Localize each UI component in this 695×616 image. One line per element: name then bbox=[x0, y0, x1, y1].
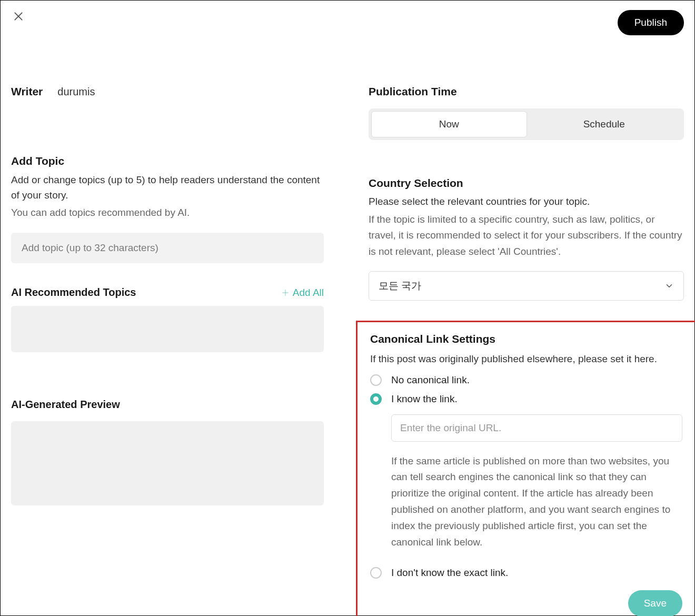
close-icon[interactable] bbox=[13, 11, 24, 22]
canonical-title: Canonical Link Settings bbox=[370, 333, 682, 345]
canonical-explain: If the same article is published on more… bbox=[391, 453, 682, 551]
radio-label-none: No canonical link. bbox=[391, 374, 470, 386]
schedule-button[interactable]: Schedule bbox=[527, 111, 682, 137]
topic-input[interactable] bbox=[11, 233, 324, 263]
plus-icon bbox=[281, 289, 290, 297]
publication-time-toggle: Now Schedule bbox=[369, 108, 684, 140]
now-button[interactable]: Now bbox=[371, 111, 527, 137]
publish-button[interactable]: Publish bbox=[618, 10, 684, 35]
ai-preview-title: AI-Generated Preview bbox=[11, 399, 324, 411]
add-all-label: Add All bbox=[293, 287, 324, 299]
radio-icon bbox=[370, 374, 382, 386]
country-desc2: If the topic is limited to a specific co… bbox=[369, 212, 684, 260]
radio-label-unknown: I don't know the exact link. bbox=[391, 567, 508, 579]
ai-preview-box bbox=[11, 421, 324, 505]
ai-recommended-title: AI Recommended Topics bbox=[11, 286, 136, 299]
country-selected-value: 모든 국가 bbox=[379, 279, 421, 293]
add-topic-desc: Add or change topics (up to 5) to help r… bbox=[11, 173, 324, 203]
ai-recommended-box bbox=[11, 306, 324, 352]
add-all-button[interactable]: Add All bbox=[281, 287, 324, 299]
radio-unknown-link[interactable]: I don't know the exact link. bbox=[370, 567, 682, 579]
radio-know-link[interactable]: I know the link. bbox=[370, 393, 682, 405]
publication-time-title: Publication Time bbox=[369, 85, 684, 98]
chevron-down-icon bbox=[664, 281, 674, 291]
radio-icon-selected bbox=[370, 393, 382, 405]
canonical-desc: If this post was originally published el… bbox=[370, 352, 682, 367]
radio-label-know: I know the link. bbox=[391, 393, 458, 405]
writer-name: durumis bbox=[57, 86, 95, 98]
canonical-link-section: Canonical Link Settings If this post was… bbox=[356, 321, 695, 616]
add-topic-hint: You can add topics recommended by AI. bbox=[11, 205, 324, 220]
country-desc1: Please select the relevant countries for… bbox=[369, 196, 684, 207]
radio-no-canonical[interactable]: No canonical link. bbox=[370, 374, 682, 386]
country-select[interactable]: 모든 국가 bbox=[369, 271, 684, 301]
canonical-url-input[interactable] bbox=[391, 414, 682, 442]
add-topic-title: Add Topic bbox=[11, 155, 324, 167]
country-title: Country Selection bbox=[369, 177, 684, 190]
radio-icon bbox=[370, 567, 382, 579]
save-button[interactable]: Save bbox=[628, 590, 682, 616]
writer-label: Writer bbox=[11, 85, 43, 98]
